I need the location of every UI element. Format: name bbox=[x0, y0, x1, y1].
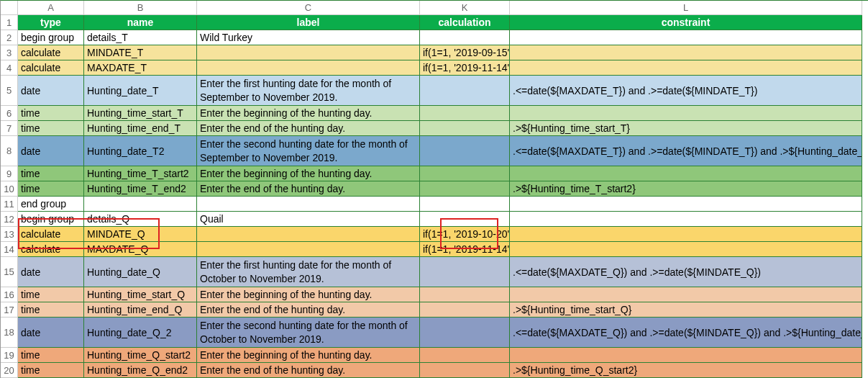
cell-C13[interactable] bbox=[197, 227, 420, 242]
cell-L2[interactable] bbox=[510, 30, 862, 45]
cell-B9[interactable]: Hunting_time_T_start2 bbox=[84, 166, 197, 181]
cell-A4[interactable]: calculate bbox=[18, 60, 84, 76]
row-header-14[interactable]: 14 bbox=[1, 242, 18, 257]
cell-B17[interactable]: Hunting_time_end_Q bbox=[84, 302, 197, 318]
row-header-10[interactable]: 10 bbox=[1, 181, 18, 197]
cell-K2[interactable] bbox=[420, 30, 510, 45]
cell-L18[interactable]: .<=date(${MAXDATE_Q}) and .>=date(${MIND… bbox=[510, 318, 862, 348]
cell-A10[interactable]: time bbox=[18, 181, 84, 197]
column-header-C[interactable]: C bbox=[197, 1, 420, 15]
cell-K5[interactable] bbox=[420, 76, 510, 106]
column-header-K[interactable]: K bbox=[420, 1, 510, 15]
cell-A16[interactable]: time bbox=[18, 287, 84, 302]
row-header-15[interactable]: 15 bbox=[1, 257, 18, 287]
row-header-3[interactable]: 3 bbox=[1, 45, 18, 60]
cell-C5[interactable]: Enter the first hunting date for the mon… bbox=[197, 76, 420, 106]
cell-B8[interactable]: Hunting_date_T2 bbox=[84, 136, 197, 166]
cell-L9[interactable] bbox=[510, 166, 862, 181]
cell-A14[interactable]: calculate bbox=[18, 242, 84, 257]
cell-C4[interactable] bbox=[197, 60, 420, 76]
cell-L15[interactable]: .<=date(${MAXDATE_Q}) and .>=date(${MIND… bbox=[510, 257, 862, 287]
cell-K11[interactable] bbox=[420, 197, 510, 212]
row-header-19[interactable]: 19 bbox=[1, 348, 18, 363]
cell-K19[interactable] bbox=[420, 348, 510, 363]
cell-C17[interactable]: Enter the end of the hunting day. bbox=[197, 302, 420, 318]
cell-A18[interactable]: date bbox=[18, 318, 84, 348]
cell-C8[interactable]: Enter the second hunting date for the mo… bbox=[197, 136, 420, 166]
column-header-B[interactable]: B bbox=[84, 1, 197, 15]
cell-L11[interactable] bbox=[510, 197, 862, 212]
column-header-A[interactable]: A bbox=[18, 1, 84, 15]
row-header-11[interactable]: 11 bbox=[1, 197, 18, 212]
cell-A13[interactable]: calculate bbox=[18, 227, 84, 242]
column-header-L[interactable]: L bbox=[510, 1, 862, 15]
cell-L13[interactable] bbox=[510, 227, 862, 242]
cell-C3[interactable] bbox=[197, 45, 420, 60]
cell-A11[interactable]: end group bbox=[18, 197, 84, 212]
cell-A9[interactable]: time bbox=[18, 166, 84, 181]
cell-L7[interactable]: .>${Hunting_time_start_T} bbox=[510, 121, 862, 136]
cell-C11[interactable] bbox=[197, 197, 420, 212]
cell-C12[interactable]: Quail bbox=[197, 212, 420, 227]
row-header-8[interactable]: 8 bbox=[1, 136, 18, 166]
cell-B16[interactable]: Hunting_time_start_Q bbox=[84, 287, 197, 302]
cell-K16[interactable] bbox=[420, 287, 510, 302]
cell-B7[interactable]: Hunting_time_end_T bbox=[84, 121, 197, 136]
cell-A7[interactable]: time bbox=[18, 121, 84, 136]
cell-C14[interactable] bbox=[197, 242, 420, 257]
row-header-18[interactable]: 18 bbox=[1, 318, 18, 348]
cell-B15[interactable]: Hunting_date_Q bbox=[84, 257, 197, 287]
cell-K17[interactable] bbox=[420, 302, 510, 318]
cell-L4[interactable] bbox=[510, 60, 862, 76]
spreadsheet-grid[interactable]: ABCKL1typenamelabelcalculationconstraint… bbox=[0, 0, 868, 378]
select-all-corner[interactable] bbox=[1, 1, 18, 15]
cell-A20[interactable]: time bbox=[18, 363, 84, 378]
row-header-9[interactable]: 9 bbox=[1, 166, 18, 181]
cell-K13[interactable]: if(1=1, '2019-10-20', if(1=0, '0000-00-0… bbox=[420, 227, 510, 242]
cell-B10[interactable]: Hunting_time_T_end2 bbox=[84, 181, 197, 197]
cell-L6[interactable] bbox=[510, 106, 862, 121]
cell-C18[interactable]: Enter the second hunting date for the mo… bbox=[197, 318, 420, 348]
cell-K20[interactable] bbox=[420, 363, 510, 378]
cell-K3[interactable]: if(1=1, '2019-09-15', if(1=0, '0000-00-0… bbox=[420, 45, 510, 60]
cell-B5[interactable]: Hunting_date_T bbox=[84, 76, 197, 106]
cell-K9[interactable] bbox=[420, 166, 510, 181]
cell-B19[interactable]: Hunting_time_Q_start2 bbox=[84, 348, 197, 363]
cell-C20[interactable]: Enter the end of the hunting day. bbox=[197, 363, 420, 378]
cell-C10[interactable]: Enter the end of the hunting day. bbox=[197, 181, 420, 197]
cell-C7[interactable]: Enter the end of the hunting day. bbox=[197, 121, 420, 136]
cell-A2[interactable]: begin group bbox=[18, 30, 84, 45]
cell-C19[interactable]: Enter the beginning of the hunting day. bbox=[197, 348, 420, 363]
cell-K8[interactable] bbox=[420, 136, 510, 166]
row-header-2[interactable]: 2 bbox=[1, 30, 18, 45]
cell-L3[interactable] bbox=[510, 45, 862, 60]
cell-B11[interactable] bbox=[84, 197, 197, 212]
cell-A17[interactable]: time bbox=[18, 302, 84, 318]
cell-A19[interactable]: time bbox=[18, 348, 84, 363]
cell-B2[interactable]: details_T bbox=[84, 30, 197, 45]
row-header-4[interactable]: 4 bbox=[1, 60, 18, 76]
row-header-12[interactable]: 12 bbox=[1, 212, 18, 227]
cell-L16[interactable] bbox=[510, 287, 862, 302]
cell-C6[interactable]: Enter the beginning of the hunting day. bbox=[197, 106, 420, 121]
cell-A15[interactable]: date bbox=[18, 257, 84, 287]
cell-L8[interactable]: .<=date(${MAXDATE_T}) and .>=date(${MIND… bbox=[510, 136, 862, 166]
cell-L5[interactable]: .<=date(${MAXDATE_T}) and .>=date(${MIND… bbox=[510, 76, 862, 106]
cell-A3[interactable]: calculate bbox=[18, 45, 84, 60]
cell-B13[interactable]: MINDATE_Q bbox=[84, 227, 197, 242]
cell-B18[interactable]: Hunting_date_Q_2 bbox=[84, 318, 197, 348]
row-header-7[interactable]: 7 bbox=[1, 121, 18, 136]
cell-L19[interactable] bbox=[510, 348, 862, 363]
cell-K6[interactable] bbox=[420, 106, 510, 121]
cell-L17[interactable]: .>${Hunting_time_start_Q} bbox=[510, 302, 862, 318]
row-header-13[interactable]: 13 bbox=[1, 227, 18, 242]
cell-A12[interactable]: begin group bbox=[18, 212, 84, 227]
cell-B3[interactable]: MINDATE_T bbox=[84, 45, 197, 60]
cell-A8[interactable]: date bbox=[18, 136, 84, 166]
row-header-5[interactable]: 5 bbox=[1, 76, 18, 106]
cell-K15[interactable] bbox=[420, 257, 510, 287]
cell-A5[interactable]: date bbox=[18, 76, 84, 106]
row-header-20[interactable]: 20 bbox=[1, 363, 18, 378]
cell-C15[interactable]: Enter the first hunting date for the mon… bbox=[197, 257, 420, 287]
cell-L10[interactable]: .>${Hunting_time_T_start2} bbox=[510, 181, 862, 197]
